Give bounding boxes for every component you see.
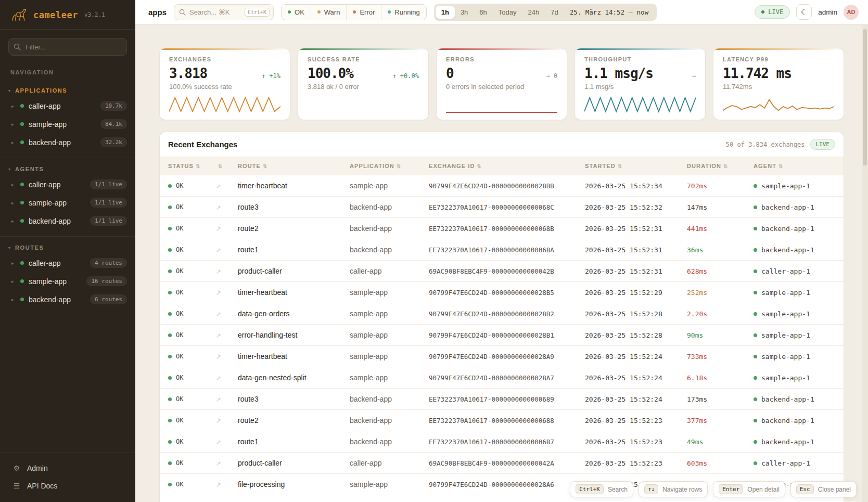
cell-started: 2026-03-25 15:52:23 [581, 453, 683, 474]
open-exchange-icon[interactable]: ↗ [216, 225, 221, 233]
exchange-row[interactable]: OK↗route3backend-appEE7322370A10617-0000… [160, 389, 844, 410]
sidebar-section-header-routes[interactable]: ▾ROUTES [0, 241, 135, 254]
open-exchange-icon[interactable]: ↗ [216, 375, 221, 382]
status-ok-dot [168, 333, 172, 337]
time-display[interactable]: 25. März 14:52 — now [564, 8, 655, 16]
sidebar-item-backend-app[interactable]: ▸backend-app32.2k [0, 133, 135, 151]
open-exchange-icon[interactable]: ↗ [216, 247, 221, 254]
search-box[interactable]: Ctrl+K [174, 4, 274, 20]
sidebar-item-backend-app[interactable]: ▸backend-app6 routes [0, 290, 135, 308]
sidebar-item-backend-app[interactable]: ▸backend-app1/1 live [0, 212, 135, 230]
column-header-exchange_id[interactable]: EXCHANGE ID⇅ [425, 157, 581, 175]
exchange-row[interactable]: OK↗route2backend-appEE7322370A10617-0000… [160, 218, 844, 239]
avatar[interactable]: AD [844, 5, 859, 20]
time-range-1h[interactable]: 1h [436, 6, 455, 19]
sort-icon: ⇅ [778, 163, 783, 169]
time-range-6h[interactable]: 6h [474, 6, 492, 19]
exchange-row[interactable]: OK↗data-gen-orderssample-app90799F47E6CD… [160, 303, 844, 325]
column-header-status[interactable]: STATUS⇅ [160, 157, 212, 175]
sidebar-item-caller-app[interactable]: ▸caller-app10.7k [0, 97, 135, 115]
open-exchange-icon[interactable]: ↗ [216, 311, 221, 318]
search-input[interactable] [189, 8, 241, 16]
sidebar-link-api-docs[interactable]: ☰API Docs [0, 477, 135, 495]
scrollbar-track[interactable] [862, 25, 868, 502]
exchange-row[interactable]: OK↗route3backend-appEE7322370A10617-0000… [160, 197, 844, 218]
sidebar-item-sample-app[interactable]: ▸sample-app84.1k [0, 115, 135, 133]
exchange-row[interactable]: OK↗product-callercaller-app69AC90BF8EBC4… [160, 453, 844, 474]
sidebar-sections: ▾APPLICATIONS▸caller-app10.7k▸sample-app… [0, 80, 135, 315]
exchange-row[interactable]: OK↗error-handling-testsample-app90799F47… [160, 325, 844, 346]
cell-route: route2 [234, 218, 346, 239]
column-header-expand[interactable]: ⇅ [212, 157, 234, 175]
open-exchange-icon[interactable]: ↗ [216, 183, 221, 190]
stat-card-exchanges: EXCHANGES3.818↑ +1%100.0% success rate [159, 48, 290, 120]
status-filter-error[interactable]: Error [346, 5, 381, 20]
cell-duration: 49ms [683, 431, 749, 453]
sidebar-item-badge: 84.1k [100, 119, 127, 129]
exchange-row[interactable]: OK↗timer-heartbeatsample-app90799F47E6CD… [160, 282, 844, 303]
cell-expand: ↗ [212, 218, 234, 239]
open-exchange-icon[interactable]: ↗ [216, 481, 221, 488]
sidebar-item-label: sample-app [29, 120, 67, 128]
time-range-3h[interactable]: 3h [455, 6, 474, 19]
cell-route: product-caller [234, 261, 346, 282]
status-filter-warn[interactable]: Warn [311, 5, 347, 20]
status-ok-dot [168, 227, 172, 230]
sidebar-item-caller-app[interactable]: ▸caller-app4 routes [0, 254, 135, 272]
sidebar-item-sample-app[interactable]: ▸sample-app16 routes [0, 272, 135, 290]
exchange-row[interactable]: OK↗timer-heartbeatsample-app90799F47E6CD… [160, 175, 844, 197]
cell-exchange-id: 69AC90BF8EBC4F9-000000000000042A [425, 453, 581, 474]
open-exchange-icon[interactable]: ↗ [216, 353, 221, 361]
logo: cameleer v3.2.1 [0, 0, 135, 30]
status-ok-dot [168, 248, 172, 252]
shortcut-label: Open detail [747, 486, 779, 493]
status-dot [20, 298, 24, 301]
filter-input[interactable] [8, 38, 127, 56]
status-ok-dot [168, 461, 172, 465]
cell-expand: ↗ [212, 495, 234, 502]
exchange-row[interactable]: OK↗data-gen-nested-splitsample-app90799F… [160, 367, 844, 389]
cell-route: data-gen-files [234, 495, 346, 502]
open-exchange-icon[interactable]: ↗ [216, 268, 221, 275]
theme-toggle-button[interactable]: ☾ [796, 4, 812, 20]
cell-application: backend-app [346, 431, 425, 453]
column-header-application[interactable]: APPLICATION⇅ [346, 157, 425, 175]
status-filter-running[interactable]: Running [381, 5, 426, 20]
exchange-row[interactable]: OK↗route2backend-appEE7322370A10617-0000… [160, 410, 844, 431]
column-header-route[interactable]: ROUTE⇅ [234, 157, 346, 175]
open-exchange-icon[interactable]: ↗ [216, 332, 221, 339]
exchange-row[interactable]: OK↗timer-heartbeatsample-app90799F47E6CD… [160, 346, 844, 367]
caret-down-icon: ▾ [8, 88, 10, 93]
time-range-7d[interactable]: 7d [545, 6, 564, 19]
live-toggle-button[interactable]: LIVE [755, 5, 790, 19]
open-exchange-icon[interactable]: ↗ [216, 289, 221, 297]
open-exchange-icon[interactable]: ↗ [216, 439, 221, 446]
column-header-started[interactable]: STARTED⇅ [581, 157, 683, 175]
stat-card-delta: → 0 [546, 72, 557, 80]
column-header-label: AGENT [754, 163, 776, 169]
stat-card-delta: ↑ +1% [262, 72, 280, 80]
open-exchange-icon[interactable]: ↗ [216, 204, 221, 211]
open-exchange-icon[interactable]: ↗ [216, 396, 221, 403]
exchange-row[interactable]: OK↗product-callercaller-app69AC90BF8EBC4… [160, 261, 844, 282]
cell-expand: ↗ [212, 175, 234, 197]
column-header-duration[interactable]: DURATION⇅ [683, 157, 749, 175]
sidebar-section-header-agents[interactable]: ▾AGENTS [0, 162, 135, 175]
sidebar-link-admin[interactable]: ⚙Admin [0, 459, 135, 477]
status-filter-ok[interactable]: OK [282, 5, 311, 20]
open-exchange-icon[interactable]: ↗ [216, 460, 221, 467]
shortcut-open-detail: EnterOpen detail [713, 481, 785, 497]
scrollbar-thumb[interactable] [863, 29, 867, 165]
time-range-today[interactable]: Today [493, 6, 522, 19]
sidebar-item-sample-app[interactable]: ▸sample-app1/1 live [0, 194, 135, 212]
time-range-24h[interactable]: 24h [522, 6, 545, 19]
cell-duration: 90ms [683, 325, 749, 346]
stat-card-value: 1.1 msg/s [584, 66, 653, 81]
sidebar-item-caller-app[interactable]: ▸caller-app1/1 live [0, 175, 135, 194]
exchange-row[interactable]: OK↗route1backend-appEE7322370A10617-0000… [160, 239, 844, 261]
agent-live-dot [754, 312, 757, 316]
exchange-row[interactable]: OK↗route1backend-appEE7322370A10617-0000… [160, 431, 844, 453]
sidebar-section-header-applications[interactable]: ▾APPLICATIONS [0, 84, 135, 97]
column-header-agent[interactable]: AGENT⇅ [749, 157, 844, 175]
open-exchange-icon[interactable]: ↗ [216, 417, 221, 424]
